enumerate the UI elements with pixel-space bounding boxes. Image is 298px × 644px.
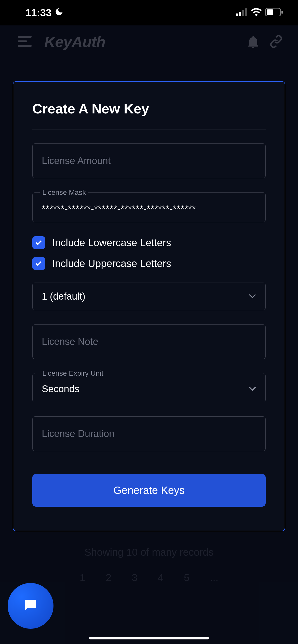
footer-area: Showing 10 of many records 1 2 3 4 5 ... [0, 547, 298, 583]
level-select[interactable]: 1 (default) [32, 283, 266, 310]
chevron-down-icon [249, 294, 256, 299]
page-link[interactable]: 3 [132, 572, 137, 583]
chevron-down-icon [249, 386, 256, 392]
license-mask-field-group: License Mask [32, 192, 266, 222]
license-duration-input[interactable] [33, 417, 265, 451]
page-link[interactable]: 1 [80, 572, 85, 583]
uppercase-checkbox-label: Include Uppercase Letters [52, 258, 171, 269]
expiry-unit-select[interactable]: License Expiry Unit Seconds [32, 373, 266, 402]
status-left: 11:33 [25, 7, 64, 19]
page-ellipsis: ... [210, 572, 218, 583]
license-note-input[interactable] [33, 325, 265, 359]
generate-keys-button[interactable]: Generate Keys [32, 474, 266, 507]
app-content: KeyAuth Create A New Key License Mask [0, 25, 298, 644]
expiry-unit-value: Seconds [42, 384, 79, 394]
svg-rect-8 [18, 40, 27, 42]
brand-logo[interactable]: KeyAuth [44, 33, 105, 51]
pagination: 1 2 3 4 5 ... [0, 572, 298, 583]
modal-divider [32, 129, 266, 129]
home-indicator[interactable] [89, 637, 209, 639]
moon-icon [55, 7, 64, 19]
license-mask-label: License Mask [40, 188, 88, 197]
page-link[interactable]: 4 [158, 572, 163, 583]
modal-title: Create A New Key [32, 101, 266, 116]
svg-rect-5 [267, 9, 273, 15]
menu-icon[interactable] [18, 36, 32, 48]
chat-icon [22, 597, 39, 614]
chat-fab[interactable] [8, 583, 53, 629]
page-link[interactable]: 2 [106, 572, 111, 583]
svg-rect-1 [239, 12, 241, 16]
uppercase-checkbox[interactable] [32, 257, 45, 270]
svg-rect-2 [242, 10, 244, 16]
cellular-signal-icon [236, 8, 247, 17]
uppercase-checkbox-row[interactable]: Include Uppercase Letters [32, 257, 266, 270]
level-select-value: 1 (default) [42, 291, 85, 302]
license-amount-field-group [32, 143, 266, 178]
lowercase-checkbox-row[interactable]: Include Lowercase Letters [32, 236, 266, 249]
svg-rect-7 [18, 36, 32, 38]
status-bar: 11:33 [0, 0, 298, 25]
lowercase-checkbox-label: Include Lowercase Letters [52, 237, 171, 248]
lowercase-checkbox[interactable] [32, 236, 45, 249]
page-link[interactable]: 5 [184, 572, 189, 583]
link-icon[interactable] [269, 35, 283, 49]
status-right [236, 8, 283, 17]
license-amount-input[interactable] [33, 144, 265, 178]
svg-rect-9 [18, 45, 32, 47]
status-time: 11:33 [25, 7, 51, 19]
svg-rect-6 [281, 11, 283, 14]
records-summary: Showing 10 of many records [0, 547, 298, 558]
expiry-unit-label: License Expiry Unit [40, 369, 106, 377]
license-duration-field-group [32, 416, 266, 451]
create-key-modal: Create A New Key License Mask Include Lo… [13, 81, 285, 531]
svg-rect-3 [245, 8, 247, 16]
bell-icon[interactable] [247, 35, 259, 49]
license-note-field-group [32, 324, 266, 359]
nav-bar: KeyAuth [0, 25, 298, 56]
battery-icon [265, 8, 283, 17]
svg-rect-0 [236, 13, 238, 16]
wifi-icon [251, 8, 262, 17]
license-mask-input[interactable] [33, 194, 265, 222]
